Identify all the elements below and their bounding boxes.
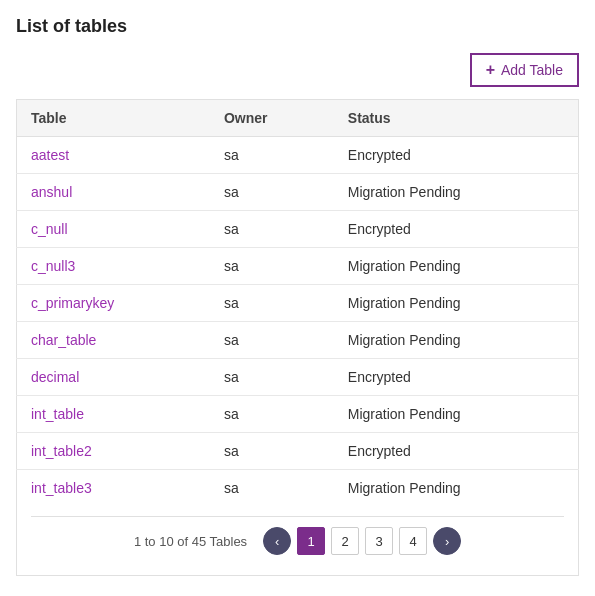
table-name-link[interactable]: c_primarykey: [31, 295, 114, 311]
table-header-row: Table Owner Status: [17, 100, 579, 137]
table-name-link[interactable]: c_null: [31, 221, 68, 237]
col-header-owner: Owner: [210, 100, 334, 137]
prev-page-button[interactable]: ‹: [263, 527, 291, 555]
table-name-link[interactable]: aatest: [31, 147, 69, 163]
table-name-link[interactable]: char_table: [31, 332, 96, 348]
migration-text: Pending: [409, 258, 460, 274]
col-header-table: Table: [17, 100, 210, 137]
owner-cell: sa: [210, 396, 334, 433]
plus-icon: +: [486, 61, 495, 79]
add-table-button[interactable]: + Add Table: [470, 53, 579, 87]
page-4-button[interactable]: 4: [399, 527, 427, 555]
status-cell: Migration Pending: [334, 396, 579, 433]
pagination-row: 1 to 10 of 45 Tables ‹ 1 2 3 4 ›: [17, 506, 579, 576]
table-row: c_nullsaEncrypted: [17, 211, 579, 248]
migration-text: Pending: [409, 480, 460, 496]
status-cell: Encrypted: [334, 433, 579, 470]
owner-cell: sa: [210, 359, 334, 396]
status-cell: Migration Pending: [334, 470, 579, 507]
page-title: List of tables: [16, 16, 579, 37]
owner-cell: sa: [210, 433, 334, 470]
owner-cell: sa: [210, 322, 334, 359]
status-cell: Encrypted: [334, 359, 579, 396]
owner-cell: sa: [210, 211, 334, 248]
toolbar: + Add Table: [16, 53, 579, 87]
table-row: int_table2saEncrypted: [17, 433, 579, 470]
pagination-info: 1 to 10 of 45 Tables: [134, 534, 247, 549]
status-cell: Encrypted: [334, 211, 579, 248]
table-name-link[interactable]: anshul: [31, 184, 72, 200]
table-row: c_primarykeysaMigration Pending: [17, 285, 579, 322]
table-name-link[interactable]: c_null3: [31, 258, 75, 274]
col-header-status: Status: [334, 100, 579, 137]
table-name-link[interactable]: decimal: [31, 369, 79, 385]
next-page-button[interactable]: ›: [433, 527, 461, 555]
table-row: int_table3saMigration Pending: [17, 470, 579, 507]
tables-list: Table Owner Status aatestsaEncryptedansh…: [16, 99, 579, 576]
owner-cell: sa: [210, 137, 334, 174]
owner-cell: sa: [210, 285, 334, 322]
pagination: 1 to 10 of 45 Tables ‹ 1 2 3 4 ›: [31, 516, 564, 565]
table-row: aatestsaEncrypted: [17, 137, 579, 174]
owner-cell: sa: [210, 470, 334, 507]
migration-text: Pending: [409, 332, 460, 348]
status-cell: Migration Pending: [334, 285, 579, 322]
page-3-button[interactable]: 3: [365, 527, 393, 555]
table-row: c_null3saMigration Pending: [17, 248, 579, 285]
owner-cell: sa: [210, 248, 334, 285]
table-name-link[interactable]: int_table3: [31, 480, 92, 496]
add-table-label: Add Table: [501, 62, 563, 78]
page-1-button[interactable]: 1: [297, 527, 325, 555]
table-name-link[interactable]: int_table: [31, 406, 84, 422]
migration-text: Pending: [409, 184, 460, 200]
status-cell: Migration Pending: [334, 248, 579, 285]
migration-text: Pending: [409, 406, 460, 422]
table-row: char_tablesaMigration Pending: [17, 322, 579, 359]
table-row: decimalsaEncrypted: [17, 359, 579, 396]
owner-cell: sa: [210, 174, 334, 211]
table-name-link[interactable]: int_table2: [31, 443, 92, 459]
status-cell: Migration Pending: [334, 174, 579, 211]
table-row: int_tablesaMigration Pending: [17, 396, 579, 433]
status-cell: Migration Pending: [334, 322, 579, 359]
table-row: anshulsaMigration Pending: [17, 174, 579, 211]
page-2-button[interactable]: 2: [331, 527, 359, 555]
migration-text: Pending: [409, 295, 460, 311]
status-cell: Encrypted: [334, 137, 579, 174]
